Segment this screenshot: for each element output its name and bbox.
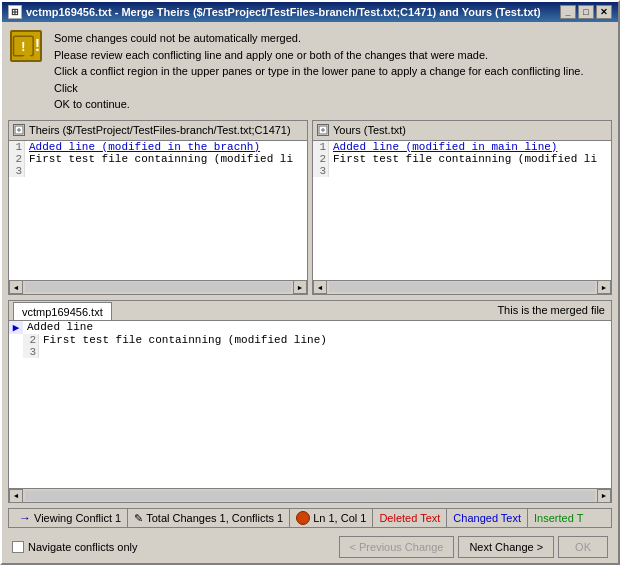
pencil-icon: ✎ (134, 512, 143, 525)
theirs-line-2[interactable]: 2 First test file containning (modified … (9, 153, 307, 165)
close-button[interactable]: ✕ (596, 5, 612, 19)
merged-header: vctmp169456.txt This is the merged file (9, 301, 611, 321)
warning-box: ! Some changes could not be automaticall… (8, 28, 612, 115)
yours-icon (317, 124, 329, 136)
merged-area[interactable]: vctmp169456.txt This is the merged file … (8, 300, 612, 504)
merged-tab[interactable]: vctmp169456.txt (13, 302, 112, 320)
theirs-scroll-left[interactable]: ◄ (9, 280, 23, 294)
viewing-conflict-status: → Viewing Conflict 1 (13, 509, 128, 527)
deleted-text-label: Deleted Text (379, 512, 440, 524)
warning-line2: Please review each conflicting line and … (54, 47, 610, 64)
theirs-pane-header: Theirs ($/TestProject/TestFiles-branch/T… (9, 121, 307, 141)
merged-scrollbar[interactable]: ◄ ► (9, 488, 611, 502)
yours-scrollbar[interactable]: ◄ ► (313, 280, 611, 294)
yours-line-1[interactable]: 1 Added line (modified in main line) (313, 141, 611, 153)
theirs-pane[interactable]: Theirs ($/TestProject/TestFiles-branch/T… (8, 120, 308, 295)
merged-description: This is the merged file (497, 304, 605, 316)
merged-line-2[interactable]: 2 First test file containning (modified … (9, 334, 611, 346)
navigate-conflicts-container[interactable]: Navigate conflicts only (12, 541, 137, 553)
navigation-buttons: < Previous Change Next Change > OK (339, 536, 608, 558)
theirs-scroll-track[interactable] (25, 282, 291, 292)
warning-icon: ! (10, 30, 46, 66)
prev-change-button[interactable]: < Previous Change (339, 536, 455, 558)
yours-pane-title: Yours (Test.txt) (333, 124, 406, 136)
conflict-indicator-3 (9, 346, 23, 358)
viewing-conflict-label: Viewing Conflict 1 (34, 512, 121, 524)
total-changes-status: ✎ Total Changes 1, Conflicts 1 (128, 509, 290, 527)
merged-content[interactable]: ▶ Added line 2 First test file containni… (9, 321, 611, 489)
window-title: vctmp169456.txt - Merge Theirs ($/TestPr… (26, 6, 541, 18)
navigate-conflicts-label: Navigate conflicts only (28, 541, 137, 553)
theirs-icon (13, 124, 25, 136)
yours-scroll-left[interactable]: ◄ (313, 280, 327, 294)
next-change-button[interactable]: Next Change > (458, 536, 554, 558)
merged-scroll-track[interactable] (25, 491, 595, 501)
theirs-scrollbar[interactable]: ◄ ► (9, 280, 307, 294)
svg-text:!: ! (21, 39, 26, 54)
warning-line4: OK to continue. (54, 96, 610, 113)
yours-pane-content[interactable]: 1 Added line (modified in main line) 2 F… (313, 141, 611, 280)
inserted-text-status: Inserted T (528, 509, 589, 527)
position-label: Ln 1, Col 1 (313, 512, 366, 524)
maximize-button[interactable]: □ (578, 5, 594, 19)
ok-button[interactable]: OK (558, 536, 608, 558)
conflict-indicator-1: ▶ (9, 321, 23, 334)
merged-line-1[interactable]: ▶ Added line (9, 321, 611, 334)
yours-scroll-track[interactable] (329, 282, 595, 292)
inserted-text-label: Inserted T (534, 512, 583, 524)
position-status: Ln 1, Col 1 (290, 509, 373, 527)
yours-line-3[interactable]: 3 (313, 165, 611, 177)
changed-text-status: Changed Text (447, 509, 528, 527)
theirs-scroll-right[interactable]: ► (293, 280, 307, 294)
status-dot-icon (296, 511, 310, 525)
title-bar: ⊞ vctmp169456.txt - Merge Theirs ($/Test… (2, 2, 618, 22)
theirs-line-3[interactable]: 3 (9, 165, 307, 177)
navigate-conflicts-checkbox[interactable] (12, 541, 24, 553)
yours-pane[interactable]: Yours (Test.txt) 1 Added line (modified … (312, 120, 612, 295)
theirs-pane-content[interactable]: 1 Added line (modified in the bracnh) 2 … (9, 141, 307, 280)
diff-panes: Theirs ($/TestProject/TestFiles-branch/T… (8, 120, 612, 295)
yours-pane-header: Yours (Test.txt) (313, 121, 611, 141)
yours-scroll-right[interactable]: ► (597, 280, 611, 294)
merged-scroll-left[interactable]: ◄ (9, 489, 23, 503)
theirs-pane-title: Theirs ($/TestProject/TestFiles-branch/T… (29, 124, 291, 136)
warning-line1: Some changes could not be automatically … (54, 30, 610, 47)
warning-line3: Click a conflict region in the upper pan… (54, 63, 610, 96)
app-icon: ⊞ (8, 5, 22, 19)
warning-symbol: ! (10, 30, 42, 62)
bottom-bar: Navigate conflicts only < Previous Chang… (8, 533, 612, 561)
yours-line-2[interactable]: 2 First test file containning (modified … (313, 153, 611, 165)
merged-line-3[interactable]: 3 (9, 346, 611, 358)
title-buttons: _ □ ✕ (560, 5, 612, 19)
conflict-indicator-2 (9, 334, 23, 346)
merged-tab-label: vctmp169456.txt (22, 306, 103, 318)
arrow-icon: → (19, 511, 31, 525)
minimize-button[interactable]: _ (560, 5, 576, 19)
total-changes-label: Total Changes 1, Conflicts 1 (146, 512, 283, 524)
warning-text: Some changes could not be automatically … (54, 30, 610, 113)
deleted-text-status: Deleted Text (373, 509, 447, 527)
theirs-line-1[interactable]: 1 Added line (modified in the bracnh) (9, 141, 307, 153)
status-bar: → Viewing Conflict 1 ✎ Total Changes 1, … (8, 508, 612, 528)
merged-scroll-right[interactable]: ► (597, 489, 611, 503)
changed-text-label: Changed Text (453, 512, 521, 524)
